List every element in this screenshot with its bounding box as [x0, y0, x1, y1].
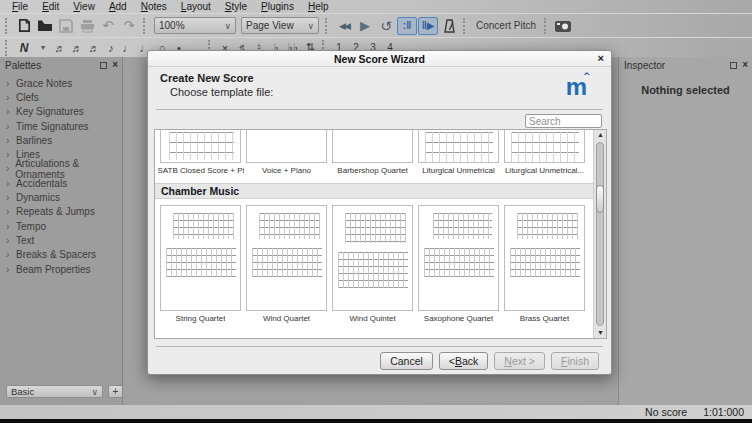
- undo-button[interactable]: ↶: [98, 17, 118, 35]
- scrollbar-track[interactable]: [596, 142, 604, 326]
- rewind-button[interactable]: ◀◀: [334, 17, 354, 35]
- menu-style[interactable]: Style: [218, 1, 254, 12]
- template-list-scrollbar[interactable]: ▲ ▼: [593, 130, 606, 338]
- note-quarter-button[interactable]: ♩: [120, 39, 136, 57]
- menu-file[interactable]: File: [5, 1, 35, 12]
- musescore-window: File Edit View Add Notes Layout Style Pl…: [0, 0, 752, 423]
- palette-item-dynamics[interactable]: ›Dynamics: [0, 190, 122, 204]
- new-score-wizard-dialog: New Score Wizard × Create New Score Choo…: [147, 50, 612, 375]
- template-label: Voice + Piano: [262, 166, 311, 175]
- new-score-button[interactable]: [14, 17, 34, 35]
- menu-help[interactable]: Help: [301, 1, 336, 12]
- image-capture-button[interactable]: [553, 17, 573, 35]
- template-saxophone-quartet[interactable]: Saxophone Quartet: [418, 205, 499, 323]
- palette-preset-select[interactable]: Basic ∨: [6, 385, 103, 398]
- palette-item-barlines[interactable]: ›Barlines: [0, 133, 122, 147]
- template-satb-closed-score-piano[interactable]: SATB Closed Score + Piano: [160, 130, 241, 175]
- redo-button[interactable]: ↷: [119, 17, 139, 35]
- template-wind-quintet[interactable]: Wind Quintet: [332, 205, 413, 323]
- cancel-button[interactable]: Cancel: [380, 352, 433, 370]
- template-label: SATB Closed Score + Piano: [158, 166, 244, 175]
- top-chrome: File Edit View Add Notes Layout Style Pl…: [0, 0, 752, 57]
- template-brass-quartet[interactable]: Brass Quartet: [504, 205, 585, 323]
- play-button[interactable]: ▶: [355, 17, 375, 35]
- logo-accent: ˆ: [584, 67, 589, 91]
- menu-layout[interactable]: Layout: [174, 1, 218, 12]
- palette-item-breaks-spacers[interactable]: ›Breaks & Spacers: [0, 248, 122, 262]
- back-button[interactable]: < Back: [439, 352, 489, 370]
- menu-edit[interactable]: Edit: [35, 1, 66, 12]
- scroll-down-icon[interactable]: ▼: [594, 328, 607, 338]
- undock-icon[interactable]: [730, 62, 737, 69]
- save-button[interactable]: [56, 17, 76, 35]
- open-file-button[interactable]: [35, 17, 55, 35]
- concert-pitch-button[interactable]: Concert Pitch: [472, 20, 540, 31]
- template-liturgical-unmetrical-2[interactable]: Liturgical Unmetrical...: [504, 130, 585, 175]
- palette-item-tempo[interactable]: ›Tempo: [0, 219, 122, 233]
- template-search-input[interactable]: [525, 114, 602, 128]
- palette-item-grace-notes[interactable]: ›Grace Notes: [0, 76, 122, 90]
- new-document-icon: [17, 18, 32, 33]
- template-string-quartet[interactable]: String Quartet: [160, 205, 241, 323]
- metronome-icon: [443, 19, 456, 33]
- template-label: Wind Quartet: [263, 314, 310, 323]
- chevron-down-icon: ∨: [91, 387, 98, 397]
- note-input-mode-button[interactable]: N: [14, 39, 34, 57]
- zoom-select[interactable]: 100% ∨: [154, 17, 236, 34]
- scroll-up-icon[interactable]: ▲: [594, 130, 607, 140]
- save-floppy-icon: [59, 19, 73, 33]
- camera-icon: [555, 20, 571, 32]
- template-label: Liturgical Unmetrical...: [505, 166, 584, 175]
- template-label: String Quartet: [176, 314, 226, 323]
- palette-item-text[interactable]: ›Text: [0, 233, 122, 247]
- menu-add[interactable]: Add: [102, 1, 134, 12]
- template-label: Brass Quartet: [520, 314, 569, 323]
- close-icon[interactable]: ×: [742, 61, 748, 69]
- palette-item-label: Clefs: [16, 92, 39, 103]
- metronome-button[interactable]: [439, 17, 459, 35]
- chevron-right-icon: ›: [6, 106, 16, 117]
- template-thumbnail: [332, 205, 413, 311]
- menu-plugins[interactable]: Plugins: [254, 1, 301, 12]
- palette-item-repeats-jumps[interactable]: ›Repeats & Jumps: [0, 205, 122, 219]
- add-palette-button[interactable]: +: [108, 385, 123, 398]
- pan-playback-toggle[interactable]: ‖▶: [418, 17, 438, 35]
- close-icon[interactable]: ×: [112, 61, 118, 69]
- note-8th-button[interactable]: ♪: [103, 39, 119, 57]
- palette-item-beam-properties[interactable]: ›Beam Properties: [0, 262, 122, 276]
- palette-item-articulations[interactable]: ›Articulations & Ornaments: [0, 162, 122, 176]
- menu-notes[interactable]: Notes: [134, 1, 174, 12]
- palette-item-label: Grace Notes: [16, 78, 72, 89]
- menu-view[interactable]: View: [66, 1, 102, 12]
- template-barbershop-quartet[interactable]: Barbershop Quartet: [332, 130, 413, 175]
- chevron-down-icon[interactable]: ▾: [35, 39, 51, 57]
- loop-playback-button[interactable]: ↺: [376, 17, 396, 35]
- note-16th-button[interactable]: ♬: [86, 39, 102, 57]
- template-list-content: SATB Closed Score + Piano Voice + Piano …: [155, 130, 593, 338]
- palette-item-label: Key Signatures: [16, 106, 84, 117]
- view-mode-select[interactable]: Page View ∨: [241, 17, 319, 34]
- dialog-heading: Create New Score: [160, 72, 254, 84]
- chevron-right-icon: ›: [6, 163, 15, 174]
- palette-item-label: Breaks & Spacers: [16, 249, 96, 260]
- finish-button[interactable]: Finish: [551, 352, 599, 370]
- close-icon[interactable]: ×: [598, 52, 604, 64]
- template-wind-quartet[interactable]: Wind Quartet: [246, 205, 327, 323]
- template-liturgical-unmetrical[interactable]: Liturgical Unmetrical: [418, 130, 499, 175]
- palette-item-clefs[interactable]: ›Clefs: [0, 90, 122, 104]
- undock-icon[interactable]: [100, 62, 107, 69]
- chevron-right-icon: ›: [6, 92, 16, 103]
- palette-item-time-signatures[interactable]: ›Time Signatures: [0, 119, 122, 133]
- note-64th-button[interactable]: ♬: [52, 39, 68, 57]
- template-voice-piano[interactable]: Voice + Piano: [246, 130, 327, 175]
- print-button[interactable]: [77, 17, 97, 35]
- template-list: SATB Closed Score + Piano Voice + Piano …: [154, 129, 607, 339]
- view-mode-value: Page View: [246, 20, 294, 31]
- dialog-titlebar[interactable]: New Score Wizard ×: [148, 51, 611, 67]
- note-32nd-button[interactable]: ♬: [69, 39, 85, 57]
- palettes-panel: Palettes × ›Grace Notes ›Clefs ›Key Sign…: [0, 57, 123, 405]
- next-button[interactable]: Next >: [494, 352, 545, 370]
- play-repeats-toggle[interactable]: :‖: [397, 17, 417, 35]
- palette-item-key-signatures[interactable]: ›Key Signatures: [0, 105, 122, 119]
- scrollbar-thumb[interactable]: [596, 185, 604, 213]
